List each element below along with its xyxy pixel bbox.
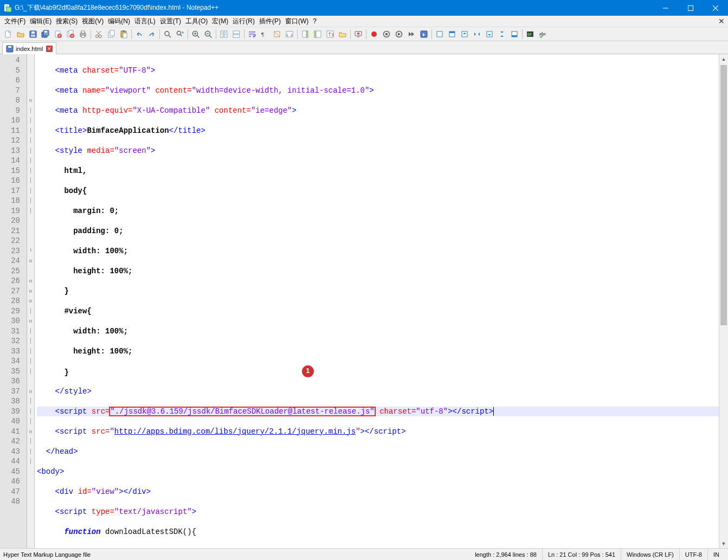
menubar-close-button[interactable]: ✕ — [718, 17, 725, 25]
svg-rect-1 — [7, 7, 11, 12]
cmp-prev-button[interactable] — [459, 28, 471, 40]
menu-search[interactable]: 搜索(S) — [54, 16, 80, 27]
menu-view[interactable]: 视图(V) — [80, 16, 106, 27]
menu-edit[interactable]: 编辑(E) — [28, 16, 54, 27]
cmp-first-button[interactable] — [446, 28, 458, 40]
hex-button[interactable]: 0F — [524, 28, 536, 40]
cut-button[interactable] — [93, 28, 105, 40]
text-cursor — [493, 407, 494, 416]
menu-tools[interactable]: 工具(O) — [183, 16, 210, 27]
close-file-button[interactable] — [52, 28, 64, 40]
cmp-clear-button[interactable] — [434, 28, 446, 40]
svg-point-21 — [96, 35, 99, 37]
replace-button[interactable] — [174, 28, 186, 40]
monitor-button[interactable] — [352, 28, 364, 40]
svg-rect-57 — [512, 35, 517, 37]
svg-point-29 — [177, 31, 181, 35]
redo-button[interactable] — [146, 28, 158, 40]
sync-v-button[interactable] — [218, 28, 230, 40]
fold-gutter[interactable]: ⊟│││││││││││└⊟⊟⊟⊟│⊟│││││⊟│││⊟│││ — [27, 54, 35, 548]
svg-rect-24 — [110, 30, 114, 36]
undo-button[interactable] — [133, 28, 145, 40]
svg-rect-39 — [307, 31, 308, 37]
macro-record-button[interactable] — [368, 28, 380, 40]
status-eol[interactable]: Windows (CR LF) — [621, 549, 680, 560]
svg-rect-34 — [233, 31, 240, 34]
scroll-down-icon[interactable]: ▼ — [719, 539, 728, 548]
app-icon — [3, 4, 12, 12]
new-file-button[interactable] — [2, 28, 14, 40]
doc-map-button[interactable] — [299, 28, 311, 40]
menu-language[interactable]: 语言(L) — [132, 16, 158, 27]
tab-close-icon[interactable]: ✕ — [46, 46, 53, 52]
scroll-up-icon[interactable]: ▲ — [719, 54, 728, 63]
svg-rect-19 — [81, 31, 85, 33]
cmp-next-button[interactable] — [484, 28, 495, 40]
save-all-button[interactable] — [40, 28, 51, 40]
close-all-button[interactable] — [65, 28, 76, 40]
wordwrap-button[interactable] — [246, 28, 258, 40]
menu-encoding[interactable]: 编码(N) — [106, 16, 132, 27]
vertical-scrollbar[interactable]: ▲ ▼ — [719, 54, 728, 548]
title-bar: G:\_下载\4ab9f2df0a8fa218e8ecec619c7090df\… — [0, 0, 728, 16]
svg-point-45 — [357, 33, 359, 35]
cmp-nav-button[interactable] — [508, 28, 520, 40]
svg-point-28 — [165, 31, 169, 36]
status-position: Ln : 21 Col : 99 Pos : 541 — [543, 549, 621, 560]
scroll-thumb[interactable] — [720, 65, 727, 325]
svg-rect-48 — [385, 33, 388, 35]
menu-file[interactable]: 文件(F) — [2, 16, 28, 27]
svg-rect-62 — [8, 46, 11, 48]
macro-play-multi-button[interactable] — [405, 28, 417, 40]
indent-guide-button[interactable] — [271, 28, 283, 40]
status-insert-mode[interactable]: IN — [708, 549, 725, 560]
menu-run[interactable]: 运行(R) — [230, 16, 257, 27]
spell-button[interactable]: abc — [537, 28, 549, 40]
code-area[interactable]: <meta charset="UTF-8"> <meta name="viewp… — [35, 54, 719, 548]
menu-plugins[interactable]: 插件(P) — [257, 16, 283, 27]
tab-bar: index.html ✕ — [0, 41, 728, 54]
macro-save-button[interactable] — [418, 28, 430, 40]
sync-h-button[interactable] — [230, 28, 242, 40]
line-number-gutter: 4567891011121314151617181920212223242526… — [0, 54, 27, 548]
status-encoding[interactable]: UTF-8 — [680, 549, 708, 560]
open-file-button[interactable] — [15, 28, 27, 40]
svg-rect-40 — [316, 31, 321, 37]
svg-rect-27 — [123, 33, 127, 38]
menu-window[interactable]: 窗口(W) — [283, 16, 311, 27]
svg-rect-20 — [81, 35, 85, 37]
doc-list-button[interactable] — [312, 28, 324, 40]
svg-rect-6 — [5, 31, 10, 37]
svg-point-22 — [99, 35, 102, 37]
zoom-out-button[interactable] — [202, 28, 214, 40]
close-button[interactable] — [703, 0, 728, 16]
print-button[interactable] — [77, 28, 89, 40]
paste-button[interactable] — [118, 28, 130, 40]
cmp-last-button[interactable] — [496, 28, 508, 40]
find-button[interactable] — [162, 28, 173, 40]
folder-view-button[interactable] — [337, 28, 349, 40]
maximize-button[interactable] — [678, 0, 703, 16]
minimize-button[interactable] — [653, 0, 678, 16]
tab-label: index.html — [16, 46, 43, 52]
menu-macro[interactable]: 宏(M) — [210, 16, 230, 27]
menu-settings[interactable]: 设置(T) — [158, 16, 183, 27]
toolbar: ¶ fx 0F abc — [0, 27, 728, 41]
macro-play-button[interactable] — [393, 28, 405, 40]
copy-button[interactable] — [105, 28, 117, 40]
svg-rect-33 — [224, 31, 227, 37]
tab-index-html[interactable]: index.html ✕ — [2, 42, 56, 54]
menu-help[interactable]: ? — [311, 17, 319, 25]
svg-rect-38 — [302, 31, 306, 37]
user-lang-button[interactable] — [284, 28, 295, 40]
svg-rect-41 — [314, 31, 315, 37]
show-all-chars-button[interactable]: ¶ — [259, 28, 270, 40]
save-button[interactable] — [27, 28, 39, 40]
cmp-set-button[interactable] — [471, 28, 483, 40]
zoom-in-button[interactable] — [190, 28, 202, 40]
svg-rect-9 — [31, 35, 35, 37]
annotation-badge-1: 1 — [302, 365, 314, 377]
func-list-button[interactable]: fx — [324, 28, 336, 40]
svg-rect-3 — [688, 5, 693, 10]
macro-stop-button[interactable] — [381, 28, 392, 40]
